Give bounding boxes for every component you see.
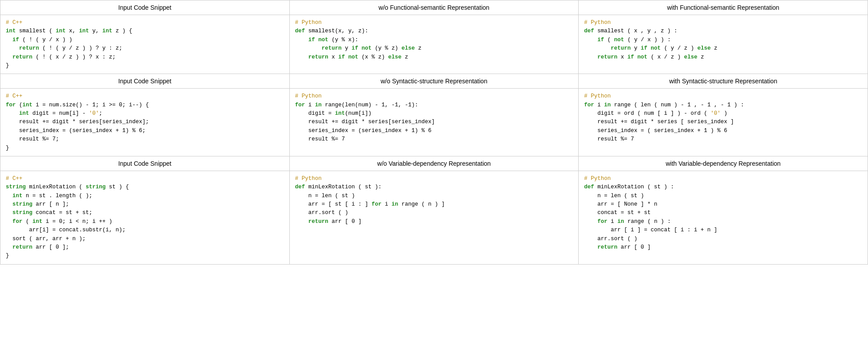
col3-header-2: with Syntactic-structure Representation: [579, 74, 868, 89]
row2-col2-code: # Python for i in range(len(num) - 1, -1…: [289, 89, 579, 156]
col1-header-3: Input Code Snippet: [0, 156, 290, 171]
row2-col1-code: # C++ for (int i = num.size() - 1; i >= …: [0, 89, 290, 156]
row1-col1-code: # C++ int smallest ( int x, int y, int z…: [0, 15, 290, 74]
row3-col1-code: # C++ string minLexRotation ( string st …: [0, 171, 290, 264]
col2-header-3: w/o Variable-dependency Representation: [289, 156, 579, 171]
col2-header-2: w/o Syntactic-structure Representation: [289, 74, 579, 89]
col2-header-1: w/o Functional-semantic Representation: [289, 0, 579, 15]
row3-col3-code: # Python def minLexRotation ( st ) : n =…: [579, 171, 868, 264]
row3-col2-code: # Python def minLexRotation ( st ): n = …: [289, 171, 579, 264]
row1-col3-code: # Python def smallest ( x , y , z ) : if…: [579, 15, 868, 74]
col1-header-1: Input Code Snippet: [0, 0, 290, 15]
col3-header-3: with Variable-dependency Representation: [579, 156, 868, 171]
row1-col2-code: # Python def smallest(x, y, z): if not (…: [289, 15, 579, 74]
col3-header-1: with Functional-semantic Representation: [579, 0, 868, 15]
col1-header-2: Input Code Snippet: [0, 74, 290, 89]
row2-col3-code: # Python for i in range ( len ( num ) - …: [579, 89, 868, 156]
